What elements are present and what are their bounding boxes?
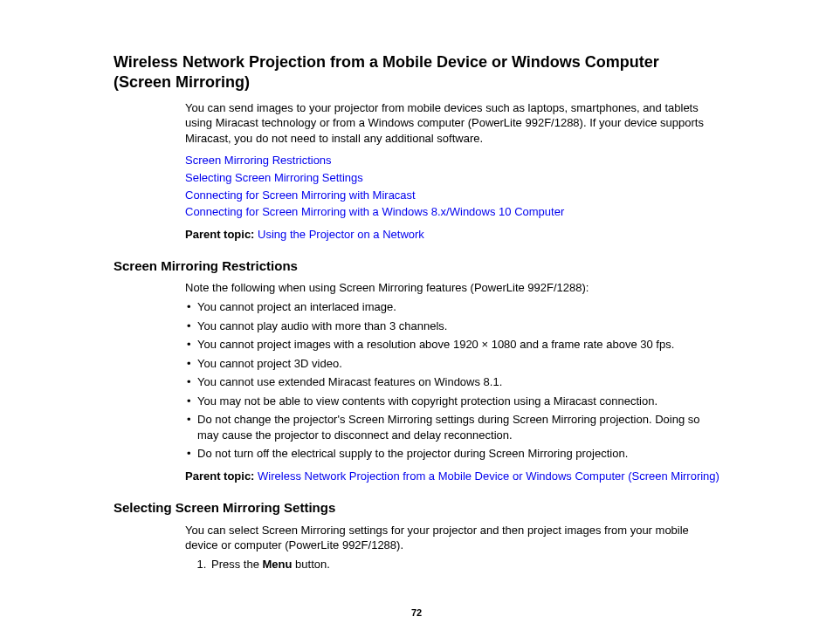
restriction-item: Do not turn off the electrical supply to… [185, 446, 719, 462]
link-miracast[interactable]: Connecting for Screen Mirroring with Mir… [185, 188, 719, 203]
restriction-item: You cannot project an interlaced image. [185, 299, 719, 315]
page-number: 72 [114, 606, 719, 620]
restriction-item: You cannot play audio with more than 3 c… [185, 319, 719, 334]
page-title: Wireless Network Projection from a Mobil… [114, 52, 719, 93]
step-text-suffix: button. [292, 558, 329, 571]
restrictions-intro: Note the following when using Screen Mir… [185, 280, 719, 296]
heading-selecting-settings: Selecting Screen Mirroring Settings [114, 499, 719, 517]
restriction-item: You cannot project 3D video. [185, 356, 719, 372]
parent-topic-link-main[interactable]: Using the Projector on a Network [258, 228, 424, 241]
restriction-item: You cannot project images with a resolut… [185, 337, 719, 353]
parent-topic-link-section1[interactable]: Wireless Network Projection from a Mobil… [258, 469, 719, 483]
link-restrictions[interactable]: Screen Mirroring Restrictions [185, 153, 719, 168]
intro-paragraph: You can send images to your projector fr… [185, 100, 719, 147]
link-windows[interactable]: Connecting for Screen Mirroring with a W… [185, 204, 719, 220]
parent-topic-line: Parent topic: Wireless Network Projectio… [185, 469, 719, 484]
parent-topic-label: Parent topic: [185, 228, 254, 241]
step-text-bold: Menu [263, 558, 293, 571]
heading-restrictions: Screen Mirroring Restrictions [114, 257, 719, 275]
restriction-item: Do not change the projector's Screen Mir… [185, 412, 719, 442]
restriction-item: You may not be able to view contents wit… [185, 394, 719, 409]
step-item: Press the Menu button. [210, 557, 719, 572]
step-text-prefix: Press the [211, 558, 263, 571]
parent-topic-line: Parent topic: Using the Projector on a N… [185, 227, 719, 243]
restriction-item: You cannot use extended Miracast feature… [185, 374, 719, 390]
link-selecting-settings[interactable]: Selecting Screen Mirroring Settings [185, 170, 719, 186]
selecting-intro: You can select Screen Mirroring settings… [185, 523, 719, 553]
parent-topic-label: Parent topic: [185, 469, 254, 483]
